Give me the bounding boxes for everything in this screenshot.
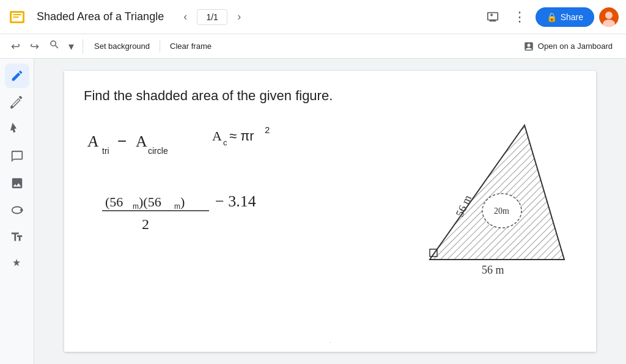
avatar[interactable]	[599, 7, 619, 27]
svg-point-9	[20, 209, 22, 211]
top-bar: Shaded Area of a Triangle ‹ 1/1 › ⋮ 🔒 Sh…	[0, 0, 626, 34]
undo-icon: ↩	[11, 40, 20, 53]
lock-icon: 🔒	[547, 12, 557, 22]
svg-text:m: m	[133, 202, 139, 211]
svg-text:c: c	[223, 138, 227, 147]
left-math: A tri − A circle A c ≈ πr 2	[84, 116, 393, 302]
zoom-group: ▾	[45, 37, 78, 56]
svg-text:− 3.14: − 3.14	[215, 192, 256, 210]
svg-text:)(56: )(56	[139, 194, 161, 209]
document-title: Shaded Area of a Triangle	[37, 10, 164, 23]
main-area: Find the shadded area of the given figur…	[0, 59, 626, 364]
redo-button[interactable]: ↪	[26, 37, 43, 56]
svg-text:(56: (56	[105, 194, 123, 209]
svg-text:): )	[180, 194, 185, 209]
select-tool-button[interactable]	[5, 117, 29, 142]
set-background-button[interactable]: Set background	[88, 39, 156, 53]
svg-text:2: 2	[265, 125, 270, 135]
content-area: Find the shadded area of the given figur…	[34, 59, 626, 364]
svg-text:≈ πr: ≈ πr	[229, 128, 254, 144]
sticky-note-button[interactable]	[5, 144, 29, 169]
slide-counter[interactable]: 1/1	[197, 9, 227, 25]
svg-point-6	[605, 12, 613, 19]
toolbar: ↩ ↪ ▾ Set background Clear frame Open on…	[0, 34, 626, 59]
triangle-figure: 20m 56 m 56 m	[418, 116, 576, 287]
undo-button[interactable]: ↩	[7, 37, 24, 56]
more-options-icon: ⋮	[513, 9, 526, 25]
toolbar-divider-2	[160, 40, 160, 53]
svg-text:2: 2	[142, 216, 149, 232]
clear-frame-button[interactable]: Clear frame	[164, 39, 218, 53]
marker-tool-button[interactable]	[5, 90, 29, 115]
svg-text:A: A	[87, 133, 100, 150]
image-tool-button[interactable]	[5, 171, 29, 195]
right-figure: 20m 56 m 56 m	[418, 116, 576, 289]
svg-rect-4	[13, 16, 19, 18]
svg-text:20m: 20m	[494, 206, 509, 216]
pen-tool-button[interactable]	[5, 64, 29, 88]
slide-canvas[interactable]: Find the shadded area of the given figur…	[64, 71, 596, 352]
zoom-button[interactable]	[45, 37, 64, 56]
redo-icon: ↪	[30, 40, 39, 53]
svg-text:circle: circle	[148, 146, 168, 156]
chevron-down-icon: ▾	[68, 40, 74, 53]
handwritten-equations: A tri − A circle A c ≈ πr 2	[84, 116, 341, 299]
sidebar	[0, 59, 34, 364]
share-button[interactable]: 🔒 Share	[536, 7, 594, 27]
zoom-icon	[49, 39, 60, 53]
zoom-dropdown-button[interactable]: ▾	[65, 37, 78, 56]
open-jamboard-button[interactable]: Open on a Jamboard	[517, 38, 619, 54]
toolbar-divider	[83, 39, 83, 54]
svg-text:m: m	[174, 202, 180, 211]
topbar-right: ⋮ 🔒 Share	[482, 6, 619, 28]
slide-title: Find the shadded area of the given figur…	[84, 88, 576, 104]
svg-text:A: A	[136, 133, 147, 150]
shape-tool-button[interactable]	[5, 198, 29, 222]
math-area: A tri − A circle A c ≈ πr 2	[84, 116, 576, 302]
svg-rect-3	[13, 14, 21, 15]
laser-tool-button[interactable]	[5, 252, 29, 276]
next-slide-button[interactable]: ›	[232, 7, 246, 27]
prev-slide-button[interactable]: ‹	[179, 7, 192, 27]
svg-text:tri: tri	[102, 146, 109, 156]
svg-text:−: −	[117, 132, 127, 150]
screen-share-button[interactable]	[482, 6, 504, 28]
slide-page-indicator: ·	[329, 338, 331, 346]
more-options-button[interactable]: ⋮	[509, 6, 531, 28]
svg-text:56 m: 56 m	[482, 264, 504, 276]
app-logo	[7, 7, 27, 27]
text-box-button[interactable]	[5, 225, 29, 249]
svg-text:A: A	[212, 128, 222, 144]
